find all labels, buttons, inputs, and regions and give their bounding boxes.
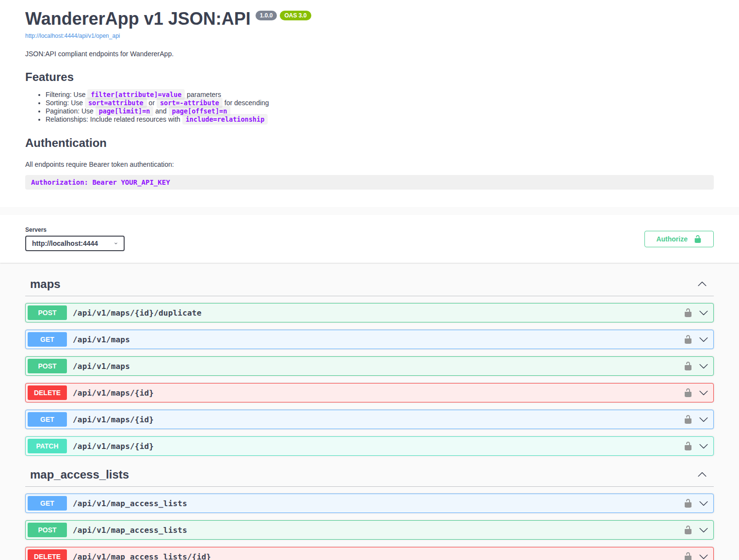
method-badge[interactable]: PATCH xyxy=(28,439,67,453)
operations-container: maps POST /api/v1/maps/{id}/duplicate GE… xyxy=(16,272,723,560)
method-badge[interactable]: DELETE xyxy=(28,385,67,400)
operation-row-delete[interactable]: DELETE /api/v1/maps/{id} xyxy=(25,383,714,402)
operation-row-patch[interactable]: PATCH /api/v1/maps/{id} xyxy=(25,436,714,456)
title-badges: 1.0.0 OAS 3.0 xyxy=(256,11,311,20)
tag-name: maps xyxy=(30,277,61,291)
method-badge[interactable]: POST xyxy=(28,305,67,320)
authorize-button-label: Authorize xyxy=(656,236,688,242)
lock-icon[interactable] xyxy=(680,415,696,424)
lock-icon[interactable] xyxy=(680,525,696,535)
method-badge[interactable]: POST xyxy=(28,359,67,373)
operations-list: GET /api/v1/map_access_lists POST /api/v… xyxy=(25,494,714,560)
feature-text: Pagination: Use xyxy=(46,107,96,115)
chevron-down-icon[interactable] xyxy=(696,415,711,424)
inline-code: include=relationship xyxy=(182,114,268,125)
servers-block: Servers http://localhost:4444 xyxy=(25,226,125,251)
collapse-section-chevron-up-icon[interactable] xyxy=(695,470,709,480)
authentication-text: All endpoints require Bearer token authe… xyxy=(25,160,714,168)
method-badge[interactable]: POST xyxy=(28,523,67,537)
feature-item: Relationships: Include related resources… xyxy=(46,115,714,124)
operation-row-get[interactable]: GET /api/v1/map_access_lists xyxy=(25,494,714,513)
lock-icon[interactable] xyxy=(680,335,696,344)
operation-path: /api/v1/maps/{id}/duplicate xyxy=(73,308,202,318)
authorization-code-block: Authorization: Bearer YOUR_API_KEY xyxy=(25,175,714,190)
api-description: JSON:API compliant endpoints for Wandere… xyxy=(25,50,714,58)
lock-icon[interactable] xyxy=(680,441,696,451)
operation-path: /api/v1/maps/{id} xyxy=(73,388,154,398)
operation-path: /api/v1/map_access_lists xyxy=(73,499,187,508)
api-tag-section: maps POST /api/v1/maps/{id}/duplicate GE… xyxy=(25,272,714,456)
inline-code: page[limit]=n xyxy=(96,106,154,116)
method-badge[interactable]: GET xyxy=(28,412,67,427)
api-tag-section: map_access_lists GET /api/v1/map_access_… xyxy=(25,463,714,560)
operation-row-post[interactable]: POST /api/v1/maps xyxy=(25,356,714,376)
chevron-down-icon[interactable] xyxy=(696,441,711,451)
lock-icon[interactable] xyxy=(680,361,696,371)
operation-row-post[interactable]: POST /api/v1/maps/{id}/duplicate xyxy=(25,303,714,322)
method-badge[interactable]: DELETE xyxy=(28,549,67,560)
operation-path: /api/v1/maps/{id} xyxy=(73,442,154,451)
operations-list: POST /api/v1/maps/{id}/duplicate GET /ap… xyxy=(25,303,714,456)
operation-row-post[interactable]: POST /api/v1/map_access_lists xyxy=(25,520,714,540)
method-badge[interactable]: GET xyxy=(28,332,67,347)
feature-text: Filtering: Use xyxy=(46,91,87,98)
features-heading: Features xyxy=(25,70,714,84)
feature-text: Relationships: Include related resources… xyxy=(46,115,182,123)
lock-icon[interactable] xyxy=(680,552,696,560)
operation-path: /api/v1/maps xyxy=(73,335,130,344)
base-url-link[interactable]: http://localhost:4444/api/v1/open_api xyxy=(25,32,120,39)
method-badge[interactable]: GET xyxy=(28,496,67,511)
tag-header[interactable]: map_access_lists xyxy=(25,463,714,487)
info-section: WandererApp v1 JSON:API 1.0.0 OAS 3.0 ht… xyxy=(0,0,739,207)
lock-icon[interactable] xyxy=(680,308,696,318)
chevron-down-icon[interactable] xyxy=(696,361,711,371)
servers-select[interactable]: http://localhost:4444 xyxy=(25,236,125,251)
operation-path: /api/v1/maps/{id} xyxy=(73,415,154,424)
scheme-container: Servers http://localhost:4444 Authorize xyxy=(0,215,739,263)
tag-header[interactable]: maps xyxy=(25,272,714,296)
feature-text: and xyxy=(153,107,168,115)
authorize-button[interactable]: Authorize xyxy=(644,231,714,247)
operation-row-delete[interactable]: DELETE /api/v1/map_access_lists/{id} xyxy=(25,547,714,560)
api-title-text: WandererApp v1 JSON:API xyxy=(25,9,251,29)
oas-badge: OAS 3.0 xyxy=(280,11,311,20)
unlock-icon xyxy=(693,235,702,243)
operation-path: /api/v1/map_access_lists/{id} xyxy=(73,552,211,560)
feature-item: Pagination: Use page[limit]=n and page[o… xyxy=(46,107,714,115)
chevron-down-icon[interactable] xyxy=(696,335,711,344)
collapse-section-chevron-up-icon[interactable] xyxy=(695,279,709,289)
tag-name: map_access_lists xyxy=(30,468,129,481)
feature-text: for descending xyxy=(223,99,269,107)
chevron-down-icon[interactable] xyxy=(696,388,711,398)
chevron-down-icon[interactable] xyxy=(696,552,711,560)
operation-row-get[interactable]: GET /api/v1/maps/{id} xyxy=(25,410,714,429)
version-badge: 1.0.0 xyxy=(256,11,277,20)
operation-row-get[interactable]: GET /api/v1/maps xyxy=(25,330,714,349)
chevron-down-icon[interactable] xyxy=(696,308,711,318)
operation-path: /api/v1/map_access_lists xyxy=(73,526,187,535)
authentication-heading: Authentication xyxy=(25,136,714,150)
lock-icon[interactable] xyxy=(680,388,696,398)
chevron-down-icon[interactable] xyxy=(696,498,711,508)
lock-icon[interactable] xyxy=(680,498,696,508)
operation-path: /api/v1/maps xyxy=(73,362,130,371)
features-list: Filtering: Use filter[attribute]=value p… xyxy=(25,91,714,124)
chevron-down-icon[interactable] xyxy=(696,525,711,535)
servers-label: Servers xyxy=(25,226,125,233)
feature-text: Sorting: Use xyxy=(46,99,85,107)
page-title: WandererApp v1 JSON:API 1.0.0 OAS 3.0 xyxy=(25,9,714,29)
